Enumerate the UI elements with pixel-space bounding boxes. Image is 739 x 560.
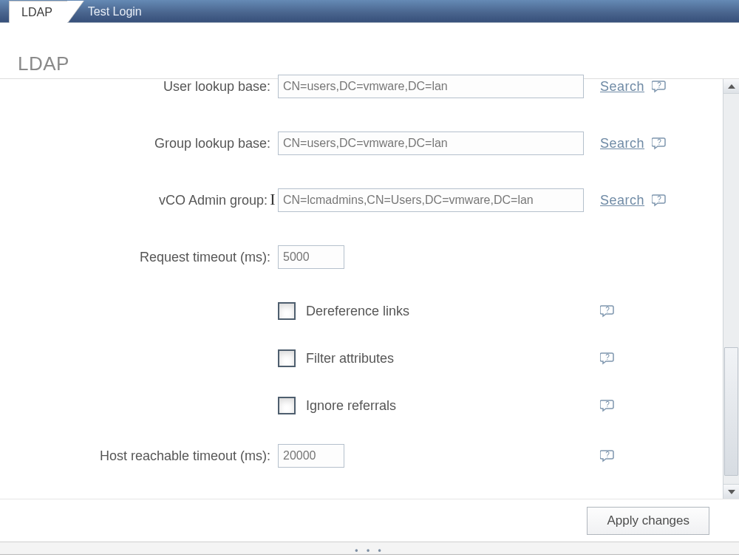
text-cursor-icon: I — [268, 196, 278, 203]
row-host-reachable-timeout: Host reachable timeout (ms): ? — [0, 444, 721, 468]
svg-text:?: ? — [605, 353, 610, 361]
svg-text:?: ? — [657, 138, 661, 146]
svg-text:?: ? — [657, 81, 661, 89]
help-icon[interactable]: ? — [652, 80, 667, 93]
request-timeout-input[interactable] — [278, 245, 344, 269]
row-ignore-referrals: Ignore referrals ? — [0, 397, 721, 414]
chevron-down-icon — [728, 490, 735, 494]
ldap-form: User lookup base: Search ? Group lookup … — [0, 79, 721, 499]
search-link-group-lookup[interactable]: Search — [600, 136, 644, 151]
row-request-timeout: Request timeout (ms): — [0, 245, 721, 269]
tab-ldap-label: LDAP — [21, 6, 52, 18]
apply-changes-button[interactable]: Apply changes — [587, 507, 709, 535]
help-icon[interactable]: ? — [600, 352, 615, 365]
help-icon[interactable]: ? — [600, 304, 615, 318]
filter-attributes-checkbox[interactable] — [278, 349, 296, 367]
chevron-up-icon — [728, 84, 735, 89]
row-dereference-links: Dereference links ? — [0, 302, 721, 320]
label-vco-admin-group-text: vCO Admin group: — [159, 193, 268, 208]
host-reachable-timeout-input[interactable] — [278, 444, 344, 468]
scroll-track[interactable] — [723, 94, 739, 484]
search-link-user-lookup[interactable]: Search — [600, 79, 644, 95]
search-link-vco-admin[interactable]: Search — [600, 193, 644, 208]
tab-ldap[interactable]: LDAP — [9, 1, 67, 23]
svg-text:?: ? — [605, 451, 610, 459]
page-title: LDAP — [0, 23, 739, 78]
row-vco-admin-group: vCO Admin group:I Search ? — [0, 188, 721, 212]
row-filter-attributes: Filter attributes ? — [0, 349, 721, 367]
group-lookup-base-input[interactable] — [278, 132, 584, 155]
tab-test-login-label: Test Login — [88, 5, 142, 18]
footer-bar: Apply changes — [0, 499, 739, 542]
row-group-lookup-base: Group lookup base: Search ? — [0, 132, 721, 155]
resize-handle-bar[interactable]: • • • — [0, 542, 739, 555]
ignore-referrals-checkbox[interactable] — [278, 397, 296, 414]
label-user-lookup-base: User lookup base: — [0, 79, 278, 95]
svg-text:?: ? — [657, 195, 661, 203]
help-icon[interactable]: ? — [600, 399, 615, 412]
resize-grip-icon: • • • — [355, 545, 384, 556]
label-dereference-links: Dereference links — [306, 304, 409, 319]
vco-admin-group-input[interactable] — [278, 188, 584, 212]
scroll-down-button[interactable] — [723, 484, 739, 499]
label-request-timeout: Request timeout (ms): — [0, 250, 278, 265]
content-wrap: User lookup base: Search ? Group lookup … — [0, 78, 739, 499]
label-ignore-referrals: Ignore referrals — [306, 398, 396, 414]
tabs-bar: LDAP Test Login — [0, 0, 739, 23]
vertical-scrollbar[interactable] — [723, 79, 739, 499]
label-host-reachable-timeout: Host reachable timeout (ms): — [0, 448, 278, 464]
scroll-up-button[interactable] — [723, 79, 739, 94]
svg-text:?: ? — [605, 306, 610, 314]
label-vco-admin-group: vCO Admin group:I — [0, 193, 278, 208]
tab-test-login[interactable]: Test Login — [67, 1, 157, 23]
dereference-links-checkbox[interactable] — [278, 302, 296, 320]
bottom-spacer — [0, 555, 739, 560]
help-icon[interactable]: ? — [652, 194, 667, 207]
label-filter-attributes: Filter attributes — [306, 351, 394, 366]
help-icon[interactable]: ? — [652, 137, 667, 150]
label-group-lookup-base: Group lookup base: — [0, 136, 278, 151]
row-user-lookup-base: User lookup base: Search ? — [0, 75, 721, 98]
svg-text:?: ? — [605, 400, 610, 409]
scroll-thumb[interactable] — [724, 347, 738, 476]
help-icon[interactable]: ? — [600, 449, 615, 462]
user-lookup-base-input[interactable] — [278, 75, 584, 98]
